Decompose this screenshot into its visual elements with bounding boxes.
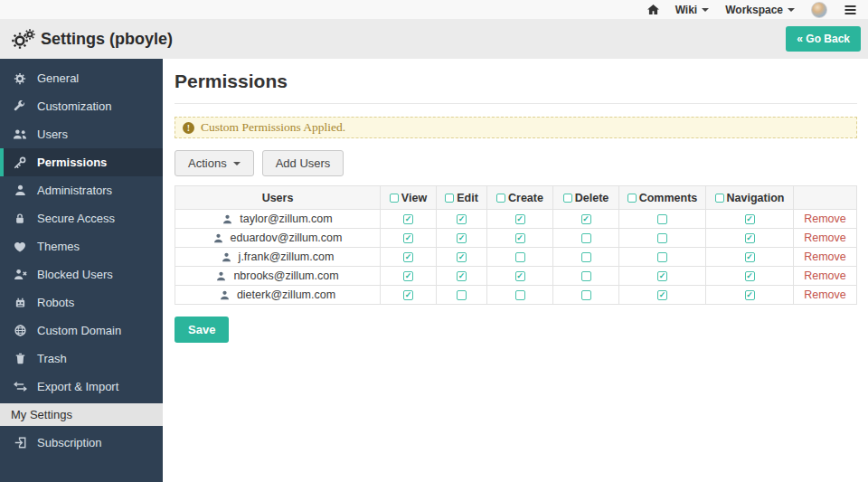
column-header-comments: Comments bbox=[619, 186, 706, 210]
edit-permission-checkbox[interactable] bbox=[457, 233, 467, 243]
navigation-permission-checkbox[interactable] bbox=[745, 233, 755, 243]
sidebar-item-export-import[interactable]: Export & Import bbox=[0, 373, 163, 401]
sidebar-item-label: Administrators bbox=[37, 184, 112, 197]
info-circle-icon: ! bbox=[183, 122, 194, 134]
sidebar-item-robots[interactable]: Robots bbox=[0, 288, 163, 317]
exchange-icon bbox=[13, 382, 27, 392]
select-all-view-checkbox[interactable] bbox=[390, 194, 399, 203]
main-content: Permissions ! Custom Permissions Applied… bbox=[163, 59, 868, 482]
edit-permission-checkbox[interactable] bbox=[457, 290, 467, 300]
user-email-cell: j.frank@zillum.com bbox=[175, 248, 381, 267]
globe-icon bbox=[13, 325, 27, 336]
column-label: Delete bbox=[575, 192, 609, 204]
sidebar-item-permissions[interactable]: Permissions bbox=[0, 148, 163, 176]
select-all-edit-checkbox[interactable] bbox=[445, 194, 454, 203]
sidebar-item-secure-access[interactable]: Secure Access bbox=[0, 204, 163, 232]
delete-permission-checkbox[interactable] bbox=[581, 290, 591, 300]
edit-permission-checkbox[interactable] bbox=[457, 252, 467, 262]
view-permission-checkbox[interactable] bbox=[403, 214, 413, 224]
delete-permission-checkbox[interactable] bbox=[581, 214, 591, 224]
sidebar-item-label: Users bbox=[37, 128, 68, 141]
delete-permission-checkbox[interactable] bbox=[581, 252, 591, 262]
gear-icon bbox=[13, 72, 27, 85]
permissions-table: UsersViewEditCreateDeleteCommentsNavigat… bbox=[175, 185, 857, 305]
sidebar-item-label: Customization bbox=[37, 99, 111, 113]
sidebar-item-my-settings[interactable]: My Settings bbox=[0, 403, 163, 426]
user-icon bbox=[13, 184, 27, 196]
create-permission-checkbox[interactable] bbox=[515, 233, 525, 243]
create-permission-checkbox[interactable] bbox=[515, 214, 525, 224]
select-all-create-checkbox[interactable] bbox=[496, 194, 505, 203]
sidebar-item-label: Subscription bbox=[37, 436, 102, 449]
actions-dropdown-button[interactable]: Actions bbox=[175, 150, 254, 176]
sidebar-item-label: Blocked Users bbox=[37, 268, 113, 281]
sidebar-item-label: My Settings bbox=[11, 408, 72, 421]
view-permission-checkbox[interactable] bbox=[403, 233, 413, 243]
sidebar-item-subscription[interactable]: Subscription bbox=[0, 429, 163, 457]
navigation-permission-checkbox[interactable] bbox=[745, 271, 755, 281]
navigation-permission-checkbox[interactable] bbox=[745, 214, 755, 224]
sidebar-item-label: Themes bbox=[37, 240, 80, 253]
section-title: Permissions bbox=[175, 71, 857, 92]
sidebar-item-custom-domain[interactable]: Custom Domain bbox=[0, 317, 163, 345]
custom-permissions-notice: ! Custom Permissions Applied. bbox=[175, 117, 857, 138]
delete-permission-checkbox[interactable] bbox=[581, 233, 591, 243]
comments-permission-checkbox[interactable] bbox=[657, 214, 667, 224]
sidebar-item-customization[interactable]: Customization bbox=[0, 92, 163, 120]
wrench-icon bbox=[13, 100, 27, 113]
sidebar-item-administrators[interactable]: Administrators bbox=[0, 176, 163, 204]
trash-icon bbox=[13, 353, 27, 364]
home-icon[interactable] bbox=[647, 5, 659, 14]
nav-workspace-dropdown[interactable]: Workspace bbox=[725, 4, 795, 16]
person-icon bbox=[216, 271, 226, 281]
add-users-button[interactable]: Add Users bbox=[262, 150, 344, 176]
lock-icon bbox=[13, 213, 27, 224]
page-header: Settings (pboyle) « Go Back bbox=[0, 19, 868, 59]
column-label: Create bbox=[508, 192, 543, 204]
remove-user-link[interactable]: Remove bbox=[804, 213, 846, 225]
person-icon bbox=[222, 214, 232, 224]
page-title: Settings (pboyle) bbox=[41, 30, 173, 49]
comments-permission-checkbox[interactable] bbox=[657, 271, 667, 281]
comments-permission-checkbox[interactable] bbox=[657, 252, 667, 262]
hamburger-menu-icon[interactable] bbox=[844, 5, 857, 15]
save-button[interactable]: Save bbox=[175, 317, 229, 343]
sidebar-item-blocked-users[interactable]: Blocked Users bbox=[0, 260, 163, 288]
delete-permission-checkbox[interactable] bbox=[581, 271, 591, 281]
select-all-comments-checkbox[interactable] bbox=[627, 194, 637, 203]
edit-permission-checkbox[interactable] bbox=[457, 214, 467, 224]
select-all-navigation-checkbox[interactable] bbox=[715, 194, 724, 203]
comments-permission-checkbox[interactable] bbox=[657, 290, 667, 300]
create-permission-checkbox[interactable] bbox=[515, 290, 525, 300]
sidebar-item-trash[interactable]: Trash bbox=[0, 345, 163, 373]
view-permission-checkbox[interactable] bbox=[403, 290, 413, 300]
view-permission-checkbox[interactable] bbox=[403, 271, 413, 281]
edit-permission-checkbox[interactable] bbox=[457, 271, 467, 281]
sidebar-item-general[interactable]: General bbox=[0, 64, 163, 92]
create-permission-checkbox[interactable] bbox=[515, 252, 525, 262]
user-email: j.frank@zillum.com bbox=[239, 250, 335, 263]
remove-user-link[interactable]: Remove bbox=[804, 288, 846, 301]
user-avatar[interactable] bbox=[811, 2, 827, 18]
create-permission-checkbox[interactable] bbox=[515, 271, 525, 281]
remove-user-link[interactable]: Remove bbox=[804, 232, 846, 244]
remove-user-link[interactable]: Remove bbox=[804, 250, 846, 263]
sidebar-item-themes[interactable]: Themes bbox=[0, 232, 163, 260]
add-users-label: Add Users bbox=[276, 156, 331, 170]
settings-sidebar: GeneralCustomizationUsersPermissionsAdmi… bbox=[0, 59, 163, 482]
table-row: j.frank@zillum.comRemove bbox=[175, 248, 857, 267]
users-icon bbox=[13, 128, 27, 140]
column-label: Comments bbox=[639, 192, 698, 204]
sidebar-item-users[interactable]: Users bbox=[0, 120, 163, 148]
navigation-permission-checkbox[interactable] bbox=[745, 290, 755, 300]
view-permission-checkbox[interactable] bbox=[403, 252, 413, 262]
remove-user-link[interactable]: Remove bbox=[804, 269, 846, 282]
divider bbox=[175, 103, 857, 104]
nav-wiki-dropdown[interactable]: Wiki bbox=[675, 4, 710, 16]
sidebar-item-label: Trash bbox=[37, 352, 67, 365]
select-all-delete-checkbox[interactable] bbox=[563, 194, 572, 203]
user-email-cell: dieterk@zillum.com bbox=[175, 286, 381, 305]
go-back-button[interactable]: « Go Back bbox=[786, 26, 861, 52]
navigation-permission-checkbox[interactable] bbox=[745, 252, 755, 262]
comments-permission-checkbox[interactable] bbox=[657, 233, 667, 243]
